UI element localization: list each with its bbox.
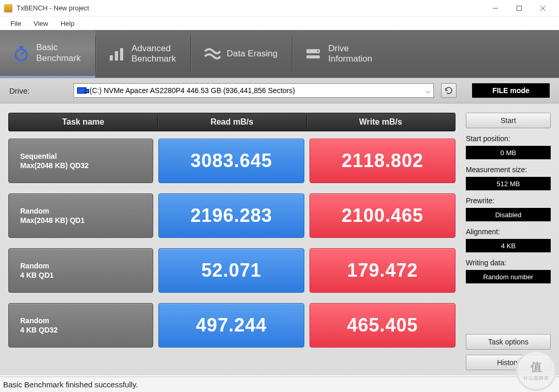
chevron-down-icon: ⌵ [426,86,430,95]
status-text: Basic Benchmark finished successfully. [3,380,138,389]
tabstrip: BasicBenchmark AdvancedBenchmark Data Er… [0,30,559,78]
task-cell[interactable]: Random Max(2048 KB) QD1 [8,193,153,238]
task-cell[interactable]: Random 4 KB QD32 [8,303,153,348]
tab-label: DriveInformation [328,43,372,65]
file-mode-button[interactable]: FILE mode [472,83,550,98]
alignment-label: Alignment: [466,228,551,236]
read-value: 2196.283 [158,193,304,238]
svg-rect-11 [306,55,320,58]
start-button[interactable]: Start [466,113,551,128]
drive-icon [304,45,322,63]
writing-data-value[interactable]: Random number [466,270,551,283]
menu-file[interactable]: File [4,19,27,28]
write-value: 2100.465 [310,193,455,238]
close-button[interactable] [531,0,555,17]
read-value: 52.071 [158,248,304,293]
svg-line-6 [21,52,24,55]
minimize-button[interactable] [483,0,507,17]
alignment-value[interactable]: 4 KB [466,239,551,252]
svg-rect-5 [19,46,23,48]
drive-select[interactable]: (C:) NVMe Apacer AS2280P4 446.53 GB (936… [73,83,434,98]
task-cell[interactable]: Sequential Max(2048 KB) QD32 [8,139,153,183]
svg-rect-8 [115,51,118,61]
start-position-label: Start position: [466,134,551,143]
svg-rect-7 [110,55,113,61]
watermark-badge: 值 什么值得买 [516,350,557,391]
drive-selected-text: (C:) NVMe Apacer AS2280P4 446.53 GB (936… [90,86,295,95]
read-value: 3083.645 [158,139,304,183]
result-row: Sequential Max(2048 KB) QD32 3083.645 21… [8,139,455,183]
tab-label: AdvancedBenchmark [131,43,176,65]
drive-row: Drive: (C:) NVMe Apacer AS2280P4 446.53 … [0,78,559,103]
task-options-button[interactable]: Task options [466,334,551,350]
task-cell[interactable]: Random 4 KB QD1 [8,248,153,293]
app-icon [4,4,12,12]
menubar: File View Help [0,17,559,30]
read-value: 497.244 [158,303,304,348]
measurement-size-label: Measurement size: [466,165,551,174]
statusbar: Basic Benchmark finished successfully. [0,376,559,392]
sidebar: Start Start position: 0 MB Measurement s… [466,113,551,375]
tab-advanced-benchmark[interactable]: AdvancedBenchmark [95,30,190,78]
results-header: Task name Read mB/s Write mB/s [8,113,455,131]
measurement-size-value[interactable]: 512 MB [466,177,551,190]
window-controls [483,0,555,17]
result-row: Random 4 KB QD1 52.071 179.472 [8,248,455,293]
result-row: Random Max(2048 KB) QD1 2196.283 2100.46… [8,193,455,238]
prewrite-value[interactable]: Disabled [466,208,551,221]
main-area: Task name Read mB/s Write mB/s Sequentia… [0,103,559,375]
window-title: TxBENCH - New project [17,4,89,12]
refresh-icon [444,86,453,95]
menu-help[interactable]: Help [54,19,81,28]
tab-data-erasing[interactable]: Data Erasing [190,30,292,78]
drive-label: Drive: [9,86,66,95]
tab-basic-benchmark[interactable]: BasicBenchmark [0,30,95,78]
write-value: 179.472 [310,248,455,293]
tab-label: BasicBenchmark [36,42,81,64]
results-panel: Task name Read mB/s Write mB/s Sequentia… [8,113,455,375]
tab-label: Data Erasing [227,49,277,59]
header-write: Write mB/s [306,113,455,131]
maximize-button[interactable] [507,0,531,17]
svg-rect-1 [517,6,522,10]
bar-chart-icon [108,45,125,63]
titlebar: TxBENCH - New project [0,0,559,17]
drive-device-icon [77,87,86,94]
svg-rect-9 [120,48,123,61]
refresh-button[interactable] [441,83,457,98]
erase-icon [203,45,220,63]
svg-point-12 [317,51,319,52]
menu-view[interactable]: View [27,19,54,28]
write-value: 2118.802 [310,139,455,183]
writing-data-label: Writing data: [466,259,551,267]
start-position-value[interactable]: 0 MB [466,146,551,159]
result-row: Random 4 KB QD32 497.244 465.405 [8,303,455,348]
header-read: Read mB/s [157,113,306,131]
header-task: Task name [9,113,157,131]
stopwatch-icon [12,44,30,62]
write-value: 465.405 [310,303,455,348]
tab-drive-information[interactable]: DriveInformation [292,30,387,78]
prewrite-label: Prewrite: [466,197,551,205]
